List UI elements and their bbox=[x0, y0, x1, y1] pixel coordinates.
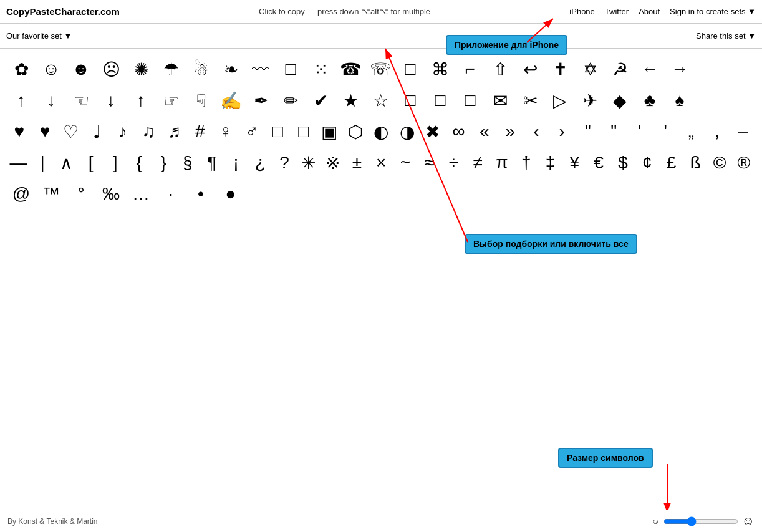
char-cell[interactable]: □ bbox=[265, 117, 291, 146]
char-cell[interactable]: ⁙ bbox=[306, 55, 335, 84]
char-cell[interactable]: — bbox=[6, 148, 31, 177]
char-cell[interactable]: ↓ bbox=[36, 86, 66, 115]
char-cell[interactable]: ☹ bbox=[96, 55, 126, 84]
char-cell[interactable]: , bbox=[704, 117, 730, 146]
char-cell[interactable]: ● bbox=[216, 180, 246, 208]
char-cell[interactable]: ☏ bbox=[365, 55, 395, 84]
set-selector[interactable]: Our favorite set ▼ bbox=[6, 31, 72, 41]
char-cell[interactable]: $ bbox=[611, 148, 635, 177]
char-cell[interactable]: · bbox=[156, 180, 186, 208]
char-cell[interactable]: › bbox=[549, 117, 575, 146]
char-cell[interactable]: ✈ bbox=[575, 86, 605, 115]
char-cell[interactable]: ▷ bbox=[545, 86, 575, 115]
char-cell[interactable]: ∞ bbox=[446, 117, 471, 146]
char-cell[interactable]: ] bbox=[103, 148, 127, 177]
char-cell[interactable]: # bbox=[187, 117, 213, 146]
char-cell[interactable]: ☞ bbox=[156, 86, 186, 115]
char-cell[interactable]: ‰ bbox=[96, 180, 126, 208]
char-cell[interactable]: □ bbox=[276, 55, 306, 84]
char-cell[interactable]: ~ bbox=[393, 148, 418, 177]
char-cell[interactable]: ß bbox=[683, 148, 708, 177]
char-cell[interactable]: ☂ bbox=[156, 55, 186, 84]
nav-iphone[interactable]: iPhone bbox=[569, 7, 594, 16]
char-cell[interactable]: – bbox=[730, 117, 756, 146]
char-cell[interactable]: □ bbox=[425, 86, 455, 115]
char-cell[interactable]: ' bbox=[627, 117, 652, 146]
char-cell[interactable]: ⌘ bbox=[425, 55, 455, 84]
char-cell[interactable]: ™ bbox=[36, 180, 66, 208]
char-cell[interactable]: | bbox=[31, 148, 55, 177]
char-cell[interactable]: { bbox=[127, 148, 152, 177]
nav-signin[interactable]: Sign in to create sets ▼ bbox=[670, 7, 756, 16]
char-cell[interactable]: □ bbox=[395, 86, 425, 115]
char-cell[interactable]: ✖ bbox=[420, 117, 445, 146]
char-cell[interactable]: „ bbox=[678, 117, 704, 146]
char-cell[interactable]: « bbox=[471, 117, 497, 146]
char-cell[interactable]: £ bbox=[659, 148, 683, 177]
char-cell[interactable]: ♀ bbox=[213, 117, 239, 146]
char-cell[interactable]: ♂ bbox=[239, 117, 264, 146]
char-cell[interactable]: @ bbox=[6, 180, 36, 208]
size-slider[interactable] bbox=[663, 516, 738, 526]
char-cell[interactable]: ♡ bbox=[58, 117, 84, 146]
char-cell[interactable]: " bbox=[600, 117, 626, 146]
char-cell[interactable]: ‡ bbox=[538, 148, 562, 177]
char-cell[interactable]: ◑ bbox=[394, 117, 420, 146]
char-cell[interactable]: • bbox=[186, 180, 216, 208]
char-cell[interactable]: × bbox=[369, 148, 393, 177]
char-cell[interactable]: π bbox=[490, 148, 514, 177]
char-cell[interactable]: ¿ bbox=[248, 148, 272, 177]
char-cell[interactable]: ◐ bbox=[368, 117, 393, 146]
char-cell[interactable]: € bbox=[587, 148, 611, 177]
char-cell[interactable]: ☺ bbox=[36, 55, 66, 84]
char-cell[interactable]: § bbox=[175, 148, 200, 177]
char-cell[interactable]: ◆ bbox=[605, 86, 635, 115]
char-cell[interactable]: » bbox=[498, 117, 523, 146]
char-cell[interactable]: ✂ bbox=[515, 86, 545, 115]
char-cell[interactable]: ☜ bbox=[66, 86, 96, 115]
char-cell[interactable]: ✏ bbox=[276, 86, 306, 115]
char-cell[interactable]: ✍ bbox=[216, 86, 246, 115]
char-cell[interactable]: ← bbox=[635, 55, 665, 84]
char-cell[interactable]: ☆ bbox=[365, 86, 395, 115]
char-cell[interactable]: ☟ bbox=[186, 86, 216, 115]
char-cell[interactable]: ∧ bbox=[55, 148, 79, 177]
char-cell[interactable]: ✡ bbox=[575, 55, 605, 84]
char-cell[interactable]: ‹ bbox=[523, 117, 549, 146]
char-cell[interactable]: ✉ bbox=[485, 86, 515, 115]
char-cell[interactable]: ☻ bbox=[66, 55, 96, 84]
char-cell[interactable]: † bbox=[514, 148, 538, 177]
char-cell[interactable]: © bbox=[708, 148, 732, 177]
char-cell[interactable]: ♬ bbox=[162, 117, 187, 146]
char-cell[interactable]: ✿ bbox=[6, 55, 36, 84]
char-cell[interactable]: [ bbox=[79, 148, 103, 177]
nav-about[interactable]: About bbox=[639, 7, 660, 16]
share-set[interactable]: Share this set ▼ bbox=[696, 31, 756, 41]
char-cell[interactable]: " bbox=[575, 117, 600, 146]
char-cell[interactable]: ♣ bbox=[635, 86, 665, 115]
char-cell[interactable]: ✔ bbox=[306, 86, 335, 115]
char-cell[interactable]: ¢ bbox=[635, 148, 659, 177]
char-cell[interactable]: ♪ bbox=[110, 117, 135, 146]
char-cell[interactable]: □ bbox=[291, 117, 316, 146]
char-cell[interactable]: ± bbox=[345, 148, 369, 177]
char-cell[interactable]: □ bbox=[455, 86, 485, 115]
char-cell[interactable]: ÷ bbox=[441, 148, 466, 177]
char-cell[interactable]: ✝ bbox=[545, 55, 575, 84]
char-cell[interactable]: ⇧ bbox=[485, 55, 515, 84]
char-cell[interactable]: ↩ bbox=[515, 55, 545, 84]
char-cell[interactable]: ≈ bbox=[417, 148, 441, 177]
char-cell[interactable]: ¥ bbox=[562, 148, 587, 177]
char-cell[interactable]: ↑ bbox=[126, 86, 156, 115]
char-cell[interactable]: ※ bbox=[321, 148, 345, 177]
char-cell[interactable]: □ bbox=[395, 55, 425, 84]
char-cell[interactable]: ↓ bbox=[96, 86, 126, 115]
char-cell[interactable]: → bbox=[665, 55, 695, 84]
char-cell[interactable]: ▣ bbox=[316, 117, 342, 146]
char-cell[interactable]: ⬡ bbox=[342, 117, 368, 146]
char-cell[interactable]: … bbox=[126, 180, 156, 208]
char-cell[interactable]: ° bbox=[66, 180, 96, 208]
nav-twitter[interactable]: Twitter bbox=[605, 7, 629, 16]
char-cell[interactable]: } bbox=[152, 148, 176, 177]
char-cell[interactable]: 〰 bbox=[246, 55, 276, 84]
